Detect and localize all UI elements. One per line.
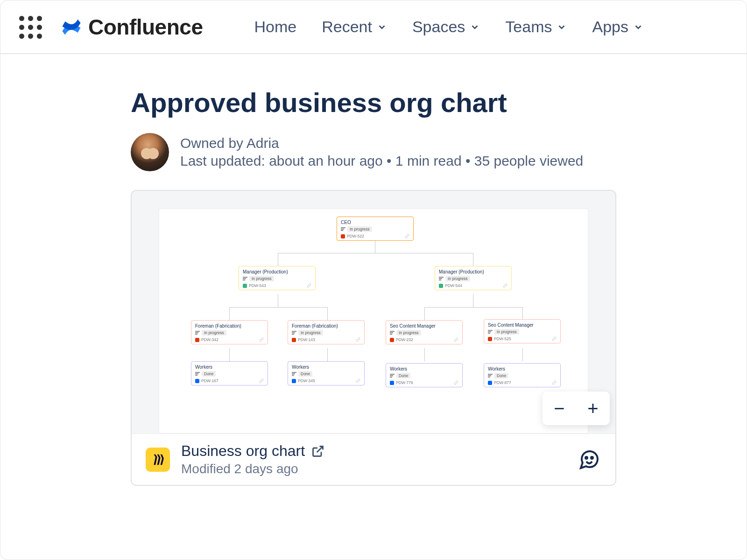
priority-icon	[195, 338, 199, 342]
nav-spaces[interactable]: Spaces	[412, 18, 480, 36]
miro-icon	[146, 448, 170, 472]
confluence-icon	[60, 16, 83, 38]
connector	[424, 348, 425, 361]
connector	[278, 253, 278, 266]
navbar: Confluence Home Recent Spaces Teams Apps	[0, 0, 747, 54]
priority-icon	[195, 379, 199, 383]
connector	[522, 307, 523, 320]
link-icon	[454, 337, 458, 342]
org-node-ceo[interactable]: CEO In progress PDW-522	[337, 217, 414, 241]
link-icon	[259, 378, 264, 383]
org-node-workers-1[interactable]: Workers Done PDW-167	[191, 361, 268, 385]
description-icon	[292, 372, 296, 376]
description-icon	[341, 227, 345, 231]
description-icon	[195, 331, 200, 335]
owner-text: Owned by Adria	[180, 135, 583, 151]
chevron-down-icon	[377, 22, 387, 32]
diagram-canvas: CEO In progress PDW-522 Manager (Product…	[159, 209, 588, 434]
description-icon	[439, 277, 444, 280]
svg-point-1	[585, 457, 587, 459]
avatar[interactable]	[131, 133, 169, 171]
chevron-down-icon	[557, 22, 567, 32]
connector	[522, 348, 523, 361]
link-icon	[552, 380, 557, 385]
priority-icon	[243, 284, 247, 288]
nav-home[interactable]: Home	[254, 18, 296, 36]
connector	[327, 307, 328, 320]
svg-line-0	[317, 446, 323, 452]
link-icon	[552, 336, 557, 341]
embed-title: Business org chart	[181, 442, 305, 460]
description-icon	[390, 374, 395, 378]
connector	[375, 240, 375, 253]
connector	[278, 294, 278, 307]
org-node-foreman-2[interactable]: Foreman (Fabrication) In progress PDW-14…	[288, 320, 365, 344]
nav-recent[interactable]: Recent	[322, 18, 387, 36]
description-icon	[390, 331, 395, 335]
nav-links: Home Recent Spaces Teams Apps	[254, 18, 643, 36]
priority-icon	[341, 234, 345, 238]
connector	[278, 253, 473, 253]
priority-icon	[390, 381, 394, 385]
connector	[229, 307, 327, 308]
org-node-workers-2[interactable]: Workers Done PDW-345	[288, 361, 365, 385]
org-node-manager-1[interactable]: Manager (Production) In progress PDW-543	[239, 266, 316, 290]
zoom-out-button[interactable]: −	[543, 392, 576, 425]
page-meta: Owned by Adria Last updated: about an ho…	[131, 133, 616, 171]
description-icon	[292, 331, 296, 335]
priority-icon	[292, 379, 296, 383]
priority-icon	[488, 337, 492, 341]
connector	[229, 348, 230, 361]
zoom-controls: − +	[543, 392, 610, 425]
description-icon	[488, 330, 493, 334]
app-switcher-icon[interactable]	[19, 16, 42, 38]
updated-text: Last updated: about an hour ago • 1 min …	[180, 153, 583, 169]
link-icon	[454, 380, 458, 385]
brand-text: Confluence	[88, 14, 203, 40]
org-node-workers-3[interactable]: Workers Done PDW-776	[386, 363, 463, 387]
external-link-icon	[311, 445, 324, 458]
org-node-workers-4[interactable]: Workers Done PDW-877	[484, 363, 561, 387]
description-icon	[195, 372, 200, 376]
embed-footer: Business org chart Modified 2 days ago	[132, 434, 615, 485]
link-icon	[259, 337, 264, 342]
description-icon	[243, 277, 247, 280]
link-icon	[503, 283, 507, 288]
connector	[424, 307, 522, 308]
nav-apps[interactable]: Apps	[592, 18, 643, 36]
link-icon	[356, 378, 360, 383]
embed-title-row[interactable]: Business org chart	[181, 442, 324, 460]
chevron-down-icon	[470, 22, 480, 32]
connector	[473, 294, 473, 307]
priority-icon	[292, 338, 296, 342]
svg-point-2	[591, 457, 593, 459]
link-icon	[405, 234, 409, 238]
page-title: Approved business org chart	[131, 87, 616, 118]
embed-modified: Modified 2 days ago	[181, 462, 324, 476]
reaction-button[interactable]	[578, 448, 600, 471]
connector	[327, 348, 328, 361]
brand-logo[interactable]: Confluence	[60, 14, 203, 40]
org-node-seo-1[interactable]: Seo Content Manager In progress PDW-232	[386, 320, 463, 344]
link-icon	[307, 283, 311, 288]
org-node-manager-2[interactable]: Manager (Production) In progress PDW-544	[435, 266, 512, 290]
link-icon	[356, 337, 360, 342]
connector	[229, 307, 230, 320]
chevron-down-icon	[633, 22, 643, 32]
diagram-area[interactable]: CEO In progress PDW-522 Manager (Product…	[132, 191, 615, 434]
priority-icon	[488, 381, 492, 385]
description-icon	[488, 374, 493, 378]
connector	[424, 307, 425, 320]
embed-frame: CEO In progress PDW-522 Manager (Product…	[131, 190, 616, 486]
priority-icon	[439, 284, 443, 288]
page-content: Approved business org chart Owned by Adr…	[0, 54, 747, 486]
priority-icon	[390, 338, 394, 342]
connector	[473, 253, 473, 266]
org-node-foreman-1[interactable]: Foreman (Fabrication) In progress PDW-34…	[191, 320, 268, 344]
zoom-in-button[interactable]: +	[576, 392, 610, 425]
nav-teams[interactable]: Teams	[505, 18, 567, 36]
org-node-seo-2[interactable]: Seo Content Manager In progress PDW-525	[484, 319, 561, 343]
